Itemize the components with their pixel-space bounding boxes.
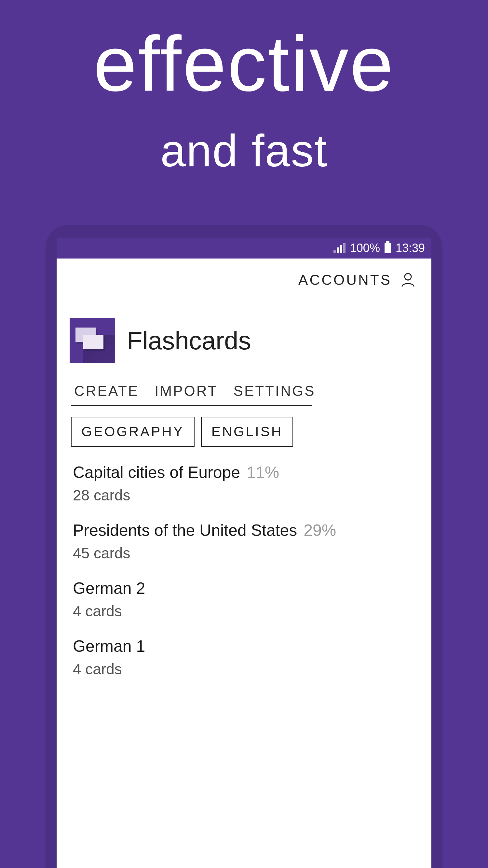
create-button[interactable]: CREATE [74, 383, 139, 399]
import-button[interactable]: IMPORT [155, 383, 218, 399]
action-tabs: CREATE IMPORT SETTINGS [57, 376, 431, 405]
chip-geography[interactable]: GEOGRAPHY [71, 417, 195, 447]
deck-count: 4 cards [73, 660, 415, 678]
promo-line-1: effective [0, 23, 488, 105]
deck-count: 4 cards [73, 602, 415, 620]
phone-frame: 100% 13:39 ACCOUNTS Flashcards CREATE IM… [45, 225, 443, 868]
deck-list: Capital cities of Europe 11% 28 cards Pr… [57, 463, 431, 695]
phone-screen: 100% 13:39 ACCOUNTS Flashcards CREATE IM… [57, 238, 431, 868]
category-chips: GEOGRAPHY ENGLISH [57, 417, 431, 463]
deck-title: Capital cities of Europe [73, 463, 240, 482]
app-title-row: Flashcards [57, 295, 431, 376]
app-title: Flashcards [127, 326, 251, 355]
status-time: 13:39 [396, 241, 425, 255]
deck-title: German 1 [73, 637, 145, 655]
deck-count: 28 cards [73, 487, 415, 504]
user-icon[interactable] [400, 272, 416, 288]
divider [71, 405, 312, 406]
app-logo-icon [70, 318, 115, 363]
promo-heading: effective and fast [0, 0, 488, 177]
settings-button[interactable]: SETTINGS [234, 383, 316, 399]
deck-percent: 11% [247, 463, 279, 482]
status-bar: 100% 13:39 [57, 238, 431, 258]
top-bar: ACCOUNTS [57, 258, 431, 295]
deck-item[interactable]: Presidents of the United States 29% 45 c… [73, 521, 415, 562]
deck-percent: 29% [303, 521, 336, 539]
svg-point-0 [405, 274, 411, 280]
deck-item[interactable]: German 2 4 cards [73, 579, 415, 620]
deck-item[interactable]: German 1 4 cards [73, 637, 415, 678]
battery-icon [385, 243, 391, 253]
deck-title: German 2 [73, 579, 145, 597]
promo-line-2: and fast [0, 124, 488, 177]
deck-item[interactable]: Capital cities of Europe 11% 28 cards [73, 463, 415, 504]
deck-title: Presidents of the United States [73, 521, 297, 539]
chip-english[interactable]: ENGLISH [201, 417, 293, 447]
accounts-button[interactable]: ACCOUNTS [298, 272, 392, 288]
signal-icon [333, 243, 346, 253]
deck-count: 45 cards [73, 545, 415, 562]
battery-percent: 100% [350, 241, 380, 255]
